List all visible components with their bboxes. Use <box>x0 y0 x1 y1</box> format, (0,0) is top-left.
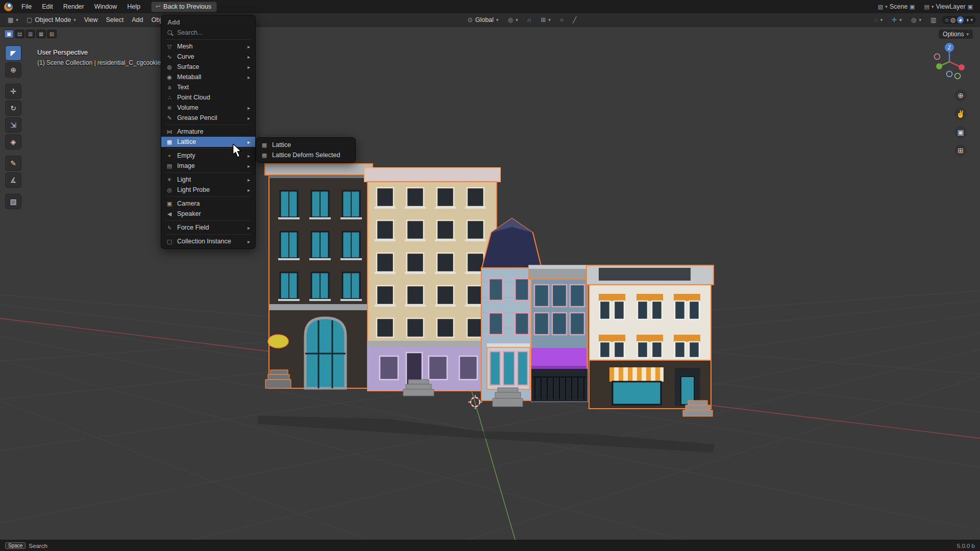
menu-viewport-view[interactable]: View <box>81 15 102 24</box>
falloff-dropdown[interactable]: ╱ <box>569 15 580 24</box>
gizmos-dropdown[interactable]: ✛ ▾ <box>888 15 905 24</box>
add-menu-item-point-cloud[interactable]: ∴ Point Cloud <box>161 92 255 103</box>
curve-icon: ∿ <box>165 54 174 60</box>
menu-help[interactable]: Help <box>122 2 145 11</box>
building-cream[interactable] <box>364 168 500 396</box>
yellow-awning-lamp[interactable] <box>268 335 288 348</box>
add-menu-item-mesh[interactable]: ▽ Mesh ▸ <box>161 41 255 52</box>
add-menu-item-metaball[interactable]: ◉ Metaball ▸ <box>161 72 255 82</box>
mode-dropdown[interactable]: ▢ Object Mode ▾ <box>23 15 80 24</box>
select-mode-subtract[interactable]: ▥ <box>26 30 35 38</box>
add-menu-item-collection-instance[interactable]: ▢ Collection Instance ▸ <box>161 236 255 246</box>
menu-window[interactable]: Window <box>90 2 121 11</box>
menu-item-label: Camera <box>177 200 250 207</box>
building-dark-brick[interactable] <box>265 164 373 388</box>
add-menu-item-empty[interactable]: + Empty ▸ <box>161 151 255 161</box>
add-menu-item-curve[interactable]: ∿ Curve ▸ <box>161 52 255 62</box>
gizmo-x-axis[interactable] <box>959 64 965 70</box>
rotate-tool[interactable]: ↻ <box>5 101 21 116</box>
railing <box>533 377 586 399</box>
annotate-tool[interactable]: ✎ <box>5 156 21 171</box>
transform-tool[interactable]: ◈ <box>5 134 21 149</box>
pan-hand-icon[interactable]: ✌ <box>954 108 967 120</box>
submenu-arrow-icon: ▸ <box>248 153 250 159</box>
proportional-edit-toggle[interactable]: ○ <box>556 15 567 24</box>
submenu-arrow-icon: ▸ <box>248 163 250 169</box>
add-menu-item-speaker[interactable]: ◀ Speaker <box>161 209 255 219</box>
gizmo-neg-z-axis[interactable] <box>947 71 952 77</box>
shading-wireframe-icon[interactable]: ○ <box>945 16 948 23</box>
select-mode-extend[interactable]: ▤ <box>15 30 24 38</box>
viewlayer-selector[interactable]: ▤ ▾ ViewLayer ▣ <box>921 3 976 11</box>
measure-tool[interactable]: ∡ <box>5 172 21 188</box>
add-menu-item-grease-pencil[interactable]: ✎ Grease Pencil ▸ <box>161 113 255 123</box>
collection-instance-icon: ▢ <box>165 238 174 245</box>
menu-edit[interactable]: Edit <box>37 2 58 11</box>
cursor-tool[interactable]: ⊕ <box>5 62 21 78</box>
purple-awning <box>531 348 586 369</box>
snap-toggle[interactable]: ∩ <box>524 15 535 24</box>
editor-type-button[interactable]: ▦ ▾ <box>4 15 22 24</box>
gizmo-neg-y-axis[interactable] <box>955 73 961 79</box>
select-mode-new[interactable]: ▣ <box>4 30 14 38</box>
new-scene-icon[interactable]: ▣ <box>910 4 915 10</box>
add-menu-item-surface[interactable]: ◍ Surface ▸ <box>161 62 255 72</box>
gizmo-neg-x-axis[interactable] <box>935 54 940 60</box>
surface-icon: ◍ <box>165 64 174 70</box>
visibility-dropdown[interactable]: ◌ ▾ <box>871 15 887 24</box>
zoom-icon[interactable]: ⊕ <box>954 89 967 102</box>
add-menu-search[interactable]: Search... <box>161 28 255 38</box>
chevron-down-icon: ▾ <box>16 17 18 22</box>
navigation-gizmo[interactable]: Z <box>928 40 971 83</box>
building-white-orange[interactable] <box>586 265 714 416</box>
shading-rendered-icon[interactable]: ◑ <box>965 16 969 23</box>
select-box-tool[interactable]: ◤ <box>5 45 21 61</box>
orientation-dropdown[interactable]: ⊙ Global ▾ <box>464 15 502 24</box>
add-cube-tool[interactable]: ▧ <box>5 194 21 209</box>
menu-viewport-add[interactable]: Add <box>128 15 146 24</box>
submenu-item-lattice-deform-selected[interactable]: ▦ Lattice Deform Selected <box>256 150 355 160</box>
add-menu-item-text[interactable]: a Text <box>161 82 255 92</box>
menu-separator <box>166 234 251 235</box>
menu-file[interactable]: File <box>17 2 36 11</box>
menu-item-label: Image <box>177 162 244 169</box>
add-menu-item-camera[interactable]: ▣ Camera <box>161 198 255 209</box>
add-menu-item-armature[interactable]: ⋈ Armature <box>161 127 255 137</box>
menu-item-label: Volume <box>177 104 244 111</box>
chevron-down-icon[interactable]: ▾ <box>970 17 973 22</box>
menu-item-label: Light Probe <box>177 186 244 193</box>
scale-tool[interactable]: ⇲ <box>5 117 21 133</box>
shading-material-icon[interactable]: ◕ <box>957 16 964 23</box>
move-tool[interactable]: ✛ <box>5 84 21 99</box>
xray-toggle[interactable]: ▥ <box>927 15 940 24</box>
gizmo-y-axis[interactable] <box>936 63 942 69</box>
scene-3d[interactable] <box>0 27 980 540</box>
add-menu-item-image[interactable]: ▤ Image ▸ <box>161 161 255 171</box>
shading-solid-icon[interactable]: ◍ <box>950 16 955 23</box>
submenu-item-lattice[interactable]: ▦ Lattice <box>256 140 355 150</box>
blender-logo-icon[interactable] <box>4 3 13 11</box>
add-menu-item-lattice[interactable]: ▦ Lattice ▸ <box>161 137 255 147</box>
back-to-previous-button[interactable]: ↩ Back to Previous <box>151 2 217 12</box>
add-menu-item-volume[interactable]: ≋ Volume ▸ <box>161 103 255 113</box>
menu-viewport-select[interactable]: Select <box>103 15 128 24</box>
submenu-arrow-icon: ▸ <box>248 74 250 80</box>
add-menu-item-light[interactable]: ☀ Light ▸ <box>161 174 255 185</box>
overlays-dropdown[interactable]: ◎ ▾ <box>908 15 925 24</box>
new-layer-icon[interactable]: ▣ <box>968 4 973 10</box>
camera-view-icon[interactable]: ▣ <box>954 126 967 138</box>
snap-target-dropdown[interactable]: ⊞ ▾ <box>537 15 554 24</box>
options-dropdown[interactable]: Options ▾ <box>939 30 973 39</box>
menu-render[interactable]: Render <box>59 2 89 11</box>
select-mode-invert[interactable]: ▦ <box>36 30 46 38</box>
building-bluegray-awning[interactable] <box>529 265 593 402</box>
add-menu-item-light-probe[interactable]: ◎ Light Probe ▸ <box>161 185 255 195</box>
ortho-toggle-icon[interactable]: ⊞ <box>954 144 967 157</box>
viewport-canvas[interactable]: ▣ ▤ ▥ ▦ ▧ User Perspective (1) Scene Col… <box>0 27 980 540</box>
menu-item-label: Light <box>177 176 244 183</box>
select-mode-intersect[interactable]: ▧ <box>47 30 57 38</box>
pivot-dropdown[interactable]: ◎ ▾ <box>504 15 522 24</box>
add-menu: Add Search... ▽ Mesh ▸ ∿ Curve ▸ ◍ Surfa… <box>161 15 256 249</box>
add-menu-item-force-field[interactable]: ϟ Force Field ▸ <box>161 222 255 233</box>
scene-selector[interactable]: ▧ ▾ Scene ▣ <box>875 3 918 11</box>
